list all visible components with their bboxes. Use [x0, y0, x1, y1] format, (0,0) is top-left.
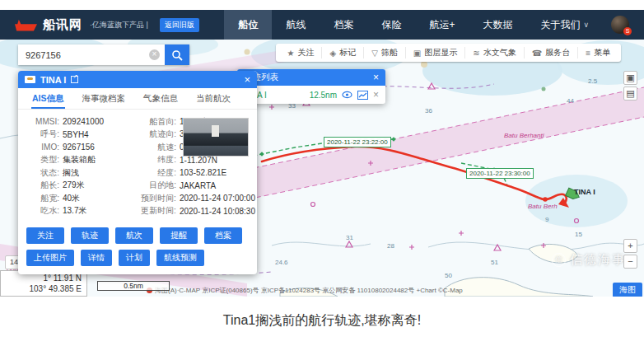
field-label: 航速: — [130, 142, 176, 153]
action-button-关注[interactable]: 关注 — [26, 227, 64, 244]
nav-item-0[interactable]: 船位 — [224, 10, 272, 40]
field-row: MMSI:209241000 — [25, 115, 130, 129]
tab-2[interactable]: 气象信息 — [134, 88, 187, 109]
avatar[interactable]: S — [611, 16, 629, 34]
fullscreen-icon[interactable]: ▣ — [623, 71, 637, 85]
nav-item-6[interactable]: 关于我们∨ — [526, 10, 603, 40]
boat-logo-icon — [15, 19, 37, 31]
tab-0[interactable]: AIS信息 — [23, 88, 73, 109]
layers-panel-icon[interactable]: ▤ — [623, 86, 637, 101]
depth-number: 2.5 — [588, 77, 597, 85]
depth-number: 24.6 — [275, 259, 288, 266]
nav-item-2[interactable]: 档案 — [320, 10, 367, 40]
field-row: 船宽:40米 — [25, 192, 130, 205]
ship-photo[interactable] — [183, 118, 249, 157]
toolbar-item-3[interactable]: ▣图层显示 — [406, 47, 465, 58]
action-button-航次[interactable]: 航次 — [115, 227, 153, 244]
action-button-档案[interactable]: 档案 — [204, 227, 242, 244]
clear-search-icon[interactable]: × — [149, 49, 160, 60]
tag-icon: ◈ — [329, 49, 336, 58]
field-value: 103-52.821E — [180, 168, 226, 177]
action-button-计划[interactable]: 计划 — [119, 250, 150, 266]
chart-mode-button[interactable]: 海图 — [613, 283, 642, 297]
nav-item-1[interactable]: 航线 — [272, 10, 320, 40]
eye-icon[interactable] — [342, 91, 352, 99]
ship-info-panel: TINA I × AIS信息海事微档案气象信息当前航次 MMSI:2092410… — [18, 71, 257, 274]
map-toolbar: ★关注◈标记▽筛船▣图层显示≋水文气象☎服务台≡菜单 — [276, 44, 621, 62]
field-row: 类型:集装箱船 — [25, 154, 130, 167]
field-label: 预到时间: — [130, 193, 176, 204]
remove-track-icon[interactable]: × — [373, 89, 379, 101]
zoom-in-icon[interactable]: + — [623, 239, 637, 253]
map-attribution: 海图(A)·C-MAP 京ICP证(040865)号 京ICP备11024283… — [147, 286, 463, 295]
brand-subtitle: ·亿海蓝旗下产品 | — [90, 20, 148, 30]
nav-item-4[interactable]: 航运+ — [415, 10, 469, 40]
field-label: 状态: — [25, 167, 59, 179]
toolbar-item-label: 水文气象 — [483, 47, 516, 58]
field-label: 目的地: — [130, 180, 176, 191]
toolbar-item-0[interactable]: ★关注 — [279, 47, 322, 58]
field-value: 209241000 — [63, 117, 104, 126]
watermark-logo-icon: 信 — [552, 253, 566, 267]
track-timestamp: 2020-11-22 23:22:00 — [324, 137, 391, 147]
tab-1[interactable]: 海事微档案 — [73, 88, 135, 109]
brand[interactable]: 船讯网 ·亿海蓝旗下产品 | 返回旧版 — [0, 10, 199, 40]
field-row: 预到时间:2020-11-24 07:00:00 — [130, 192, 255, 205]
field-value: 集装箱船 — [63, 154, 96, 166]
search-input[interactable] — [18, 44, 165, 65]
tab-3[interactable]: 当前航次 — [187, 88, 240, 109]
track-panel-header: 轨迹列表 × — [237, 69, 385, 86]
nav-item-5[interactable]: 大数据 — [469, 10, 526, 40]
nav-item-label: 保险 — [381, 18, 401, 32]
ship-name-title: TINA I — [40, 75, 66, 85]
external-link-icon[interactable] — [71, 76, 78, 83]
ais-info-body: MMSI:209241000呼号:5BYH4IMO:9267156类型:集装箱船… — [18, 110, 257, 218]
old-version-button[interactable]: 返回旧版 — [160, 18, 199, 32]
toolbar-item-label: 菜单 — [594, 47, 610, 58]
field-value: 1-11.207N — [180, 156, 217, 165]
nav-item-3[interactable]: 保险 — [367, 10, 415, 40]
field-value: 2020-11-24 10:08:30 — [180, 207, 255, 216]
field-value: 40米 — [63, 193, 80, 204]
chart-line-icon[interactable] — [357, 91, 368, 100]
toolbar-item-6[interactable]: ≡菜单 — [578, 47, 618, 58]
place-label: Batu Berhanti — [504, 132, 544, 139]
fields-left-column: MMSI:209241000呼号:5BYH4IMO:9267156类型:集装箱船… — [25, 115, 130, 217]
chevron-down-icon: ∨ — [583, 21, 589, 29]
ship-panel-header: TINA I × — [18, 71, 257, 88]
close-icon[interactable]: × — [244, 74, 250, 85]
avatar-status-badge: S — [623, 27, 632, 35]
longitude-value: 103° 49.385 E — [6, 283, 82, 294]
star-icon: ★ — [287, 49, 294, 58]
user-avatar[interactable]: S — [603, 10, 644, 40]
top-navbar: 船讯网 ·亿海蓝旗下产品 | 返回旧版 船位航线档案保险航运+大数据关于我们∨ … — [0, 10, 644, 40]
nav-menu: 船位航线档案保险航运+大数据关于我们∨ — [224, 10, 603, 40]
nav-item-label: 大数据 — [483, 18, 512, 32]
toolbar-item-5[interactable]: ☎服务台 — [525, 47, 578, 58]
field-row: 更新时间:2020-11-24 10:08:30 — [130, 205, 255, 218]
action-button-提醒[interactable]: 提醒 — [160, 227, 198, 244]
action-button-详情[interactable]: 详情 — [81, 250, 112, 266]
field-row: 呼号:5BYH4 — [25, 129, 130, 142]
zoom-out-icon[interactable]: − — [623, 255, 637, 269]
close-icon[interactable]: × — [373, 72, 379, 83]
nav-item-label: 航线 — [286, 18, 306, 32]
action-button-上传图片[interactable]: 上传图片 — [26, 250, 74, 266]
toolbar-item-2[interactable]: ▽筛船 — [364, 47, 406, 58]
toolbar-item-1[interactable]: ◈标记 — [322, 47, 364, 58]
field-label: 纬度: — [130, 154, 176, 166]
toolbar-item-label: 图层显示 — [424, 47, 457, 58]
search-button[interactable] — [165, 44, 189, 65]
field-label: 船宽: — [25, 193, 59, 204]
ship-flag-icon — [25, 76, 35, 83]
action-button-航线预测[interactable]: 航线预测 — [156, 250, 204, 266]
action-button-轨迹[interactable]: 轨迹 — [71, 227, 109, 244]
field-value: 2020-11-24 07:00:00 — [180, 194, 255, 203]
nav-item-label: 档案 — [334, 18, 353, 32]
service-icon: ☎ — [532, 49, 542, 58]
field-row: 船长:279米 — [25, 180, 130, 193]
nav-item-label: 航运+ — [429, 18, 455, 32]
field-label: 类型: — [25, 154, 59, 166]
field-value: 9267156 — [63, 143, 95, 152]
toolbar-item-4[interactable]: ≋水文气象 — [465, 47, 524, 58]
